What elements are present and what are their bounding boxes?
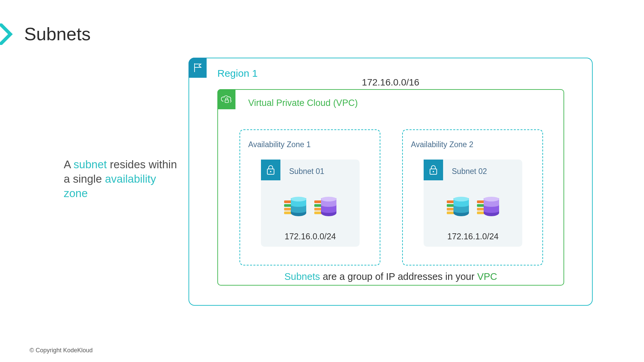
availability-zone-2: Availability Zone 2 Subnet 02 xyxy=(402,129,543,265)
caption-vpc-word: VPC xyxy=(477,271,497,282)
server-db-icon xyxy=(284,190,306,224)
svg-point-3 xyxy=(270,171,271,172)
server-db-icon xyxy=(477,190,499,224)
lock-icon xyxy=(424,160,443,180)
copyright-text: © Copyright KodeKloud xyxy=(30,347,93,354)
lock-icon xyxy=(261,160,280,180)
region-cidr: 172.16.0.0/16 xyxy=(189,77,592,88)
caption-text: Subnets are a group of IP addresses in y… xyxy=(218,271,564,282)
server-db-icon xyxy=(447,190,469,224)
subnet1-cidr: 172.16.0.0/24 xyxy=(261,232,360,241)
az2-label: Availability Zone 2 xyxy=(411,140,473,149)
subnet-1: Subnet 01 xyxy=(261,160,360,247)
az1-label: Availability Zone 1 xyxy=(248,140,311,149)
caption-mid: are a group of IP addresses in your xyxy=(320,271,477,282)
subnet2-cidr: 172.16.1.0/24 xyxy=(424,232,522,241)
desc-pre: A xyxy=(64,158,73,171)
region-box: Region 1 172.16.0.0/16 Virtual Private C… xyxy=(189,58,593,306)
desc-subnet-word: subnet xyxy=(73,158,107,171)
subnet1-label: Subnet 01 xyxy=(289,167,324,176)
subnet2-resources xyxy=(424,190,522,224)
subnet1-resources xyxy=(261,190,360,224)
vpc-label: Virtual Private Cloud (VPC) xyxy=(248,98,358,108)
vpc-box: Virtual Private Cloud (VPC) Availability… xyxy=(217,89,564,286)
flag-icon xyxy=(189,58,207,78)
server-db-icon xyxy=(314,190,336,224)
subnet-2: Subnet 02 xyxy=(424,160,522,247)
caption-subnets-word: Subnets xyxy=(284,271,320,282)
svg-point-5 xyxy=(433,171,434,172)
subnet2-label: Subnet 02 xyxy=(452,167,487,176)
svg-rect-1 xyxy=(225,100,228,103)
description-text: A subnet resides within a single availab… xyxy=(64,158,181,201)
chevron-right-icon xyxy=(0,23,15,45)
availability-zone-1: Availability Zone 1 Subnet 01 xyxy=(239,129,380,265)
page-title: Subnets xyxy=(24,23,91,44)
cloud-lock-icon xyxy=(217,89,235,109)
